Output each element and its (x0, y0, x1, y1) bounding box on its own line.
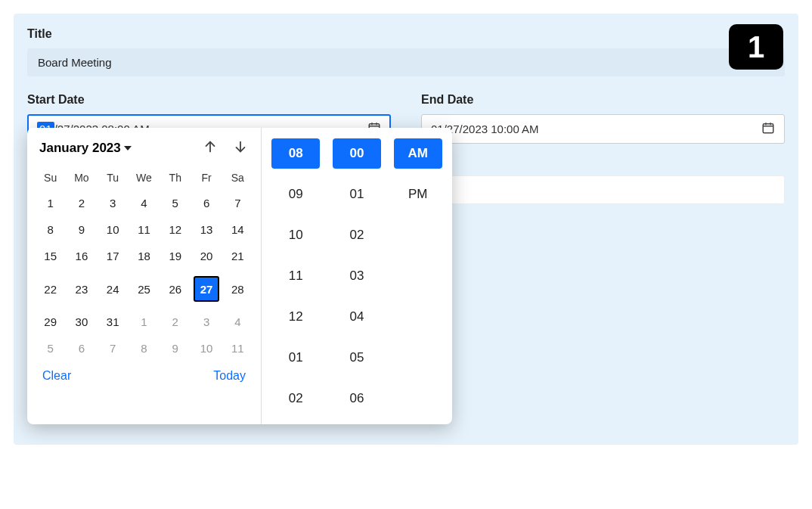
hour-option[interactable]: 02 (271, 383, 320, 414)
title-label: Title (27, 27, 785, 41)
minute-option[interactable]: 01 (333, 179, 381, 209)
calendar-day[interactable]: 6 (191, 190, 222, 216)
weekday-header: Th (160, 166, 191, 190)
calendar-day[interactable]: 30 (66, 309, 97, 335)
calendar-day[interactable]: 18 (129, 243, 160, 269)
hour-option[interactable]: 12 (271, 302, 320, 332)
calendar-icon[interactable] (761, 121, 775, 137)
calendar-day[interactable]: 3 (98, 190, 129, 216)
clear-button[interactable]: Clear (42, 369, 71, 383)
title-input[interactable] (27, 48, 785, 76)
calendar-day[interactable]: 4 (129, 190, 160, 216)
weekday-header: We (129, 166, 160, 190)
minute-option[interactable]: 02 (333, 220, 381, 250)
next-month-button[interactable] (232, 138, 249, 158)
calendar-day[interactable]: 2 (160, 309, 191, 335)
hour-option[interactable]: 08 (271, 138, 320, 169)
calendar-day[interactable]: 21 (222, 243, 253, 269)
calendar-day[interactable]: 15 (35, 243, 66, 269)
calendar-day[interactable]: 23 (66, 269, 97, 309)
calendar-day[interactable]: 1 (35, 190, 66, 216)
calendar-day[interactable]: 25 (129, 269, 160, 309)
calendar-day[interactable]: 7 (98, 335, 129, 362)
hour-option[interactable]: 09 (271, 179, 320, 209)
calendar-grid: 1234567891011121314151617181920212223242… (35, 190, 253, 362)
calendar-day[interactable]: 10 (191, 335, 222, 362)
weekday-header: Fr (191, 166, 222, 190)
calendar-day[interactable]: 11 (222, 335, 253, 362)
ampm-column: AMPM (391, 138, 445, 414)
weekday-header: Su (35, 166, 66, 190)
calendar-day[interactable]: 5 (160, 190, 191, 216)
prev-month-button[interactable] (202, 138, 218, 158)
svg-rect-1 (763, 124, 773, 133)
calendar-day[interactable]: 12 (160, 216, 191, 243)
today-button[interactable]: Today (213, 369, 246, 383)
calendar-day[interactable]: 28 (222, 269, 253, 309)
calendar-day[interactable]: 27 (191, 269, 222, 309)
calendar-day[interactable]: 29 (35, 309, 66, 335)
calendar-day[interactable]: 8 (35, 216, 66, 243)
calendar-day[interactable]: 22 (35, 269, 66, 309)
calendar-day[interactable]: 1 (129, 309, 160, 335)
calendar-day[interactable]: 13 (191, 216, 222, 243)
calendar-day[interactable]: 14 (222, 216, 253, 243)
minute-option[interactable]: 03 (333, 261, 381, 291)
calendar-day[interactable]: 26 (160, 269, 191, 309)
hour-option[interactable]: 01 (271, 343, 320, 373)
step-badge: 1 (729, 24, 783, 70)
weekday-header-row: SuMoTuWeThFrSa (35, 166, 253, 190)
weekday-header: Mo (66, 166, 97, 190)
calendar-day[interactable]: 19 (160, 243, 191, 269)
event-form-panel: 1 Title Start Date 01/27/2023 08:00 AM J… (14, 14, 798, 445)
start-date-col: Start Date 01/27/2023 08:00 AM January 2… (27, 93, 391, 204)
hours-column: 08091011120102 (269, 138, 323, 414)
caret-down-icon (124, 146, 132, 151)
minutes-column: 00010203040506 (330, 138, 384, 414)
ampm-option[interactable]: PM (394, 179, 442, 209)
start-date-label: Start Date (27, 93, 391, 107)
minute-option[interactable]: 05 (333, 343, 381, 373)
hour-option[interactable]: 10 (271, 220, 320, 250)
calendar-day[interactable]: 31 (98, 309, 129, 335)
calendar-day[interactable]: 9 (66, 216, 97, 243)
additional-input[interactable] (421, 175, 785, 204)
calendar-pane: January 2023 SuMoTuWeThFrSa (27, 128, 262, 424)
weekday-header: Sa (222, 166, 253, 190)
end-date-input[interactable]: 01/27/2023 10:00 AM (421, 114, 785, 144)
minute-option[interactable]: 06 (333, 383, 381, 414)
calendar-day[interactable]: 17 (98, 243, 129, 269)
calendar-day[interactable]: 11 (129, 216, 160, 243)
datetime-picker: January 2023 SuMoTuWeThFrSa (27, 128, 452, 424)
calendar-day[interactable]: 3 (191, 309, 222, 335)
time-pane: 08091011120102 00010203040506 AMPM (262, 128, 452, 424)
minute-option[interactable]: 00 (333, 138, 381, 169)
calendar-day[interactable]: 10 (98, 216, 129, 243)
calendar-day[interactable]: 6 (66, 335, 97, 362)
calendar-day[interactable]: 24 (98, 269, 129, 309)
minute-option[interactable]: 04 (333, 302, 381, 332)
calendar-day[interactable]: 20 (191, 243, 222, 269)
calendar-day[interactable]: 2 (66, 190, 97, 216)
month-year-button[interactable]: January 2023 (39, 141, 132, 156)
calendar-day[interactable]: 9 (160, 335, 191, 362)
calendar-day[interactable]: 7 (222, 190, 253, 216)
calendar-day[interactable]: 4 (222, 309, 253, 335)
calendar-day[interactable]: 8 (129, 335, 160, 362)
end-date-col: End Date 01/27/2023 10:00 AM (421, 93, 785, 204)
ampm-option[interactable]: AM (394, 138, 442, 169)
end-date-label: End Date (421, 93, 785, 107)
calendar-day[interactable]: 16 (66, 243, 97, 269)
calendar-day[interactable]: 5 (35, 335, 66, 362)
weekday-header: Tu (98, 166, 129, 190)
hour-option[interactable]: 11 (271, 261, 320, 291)
